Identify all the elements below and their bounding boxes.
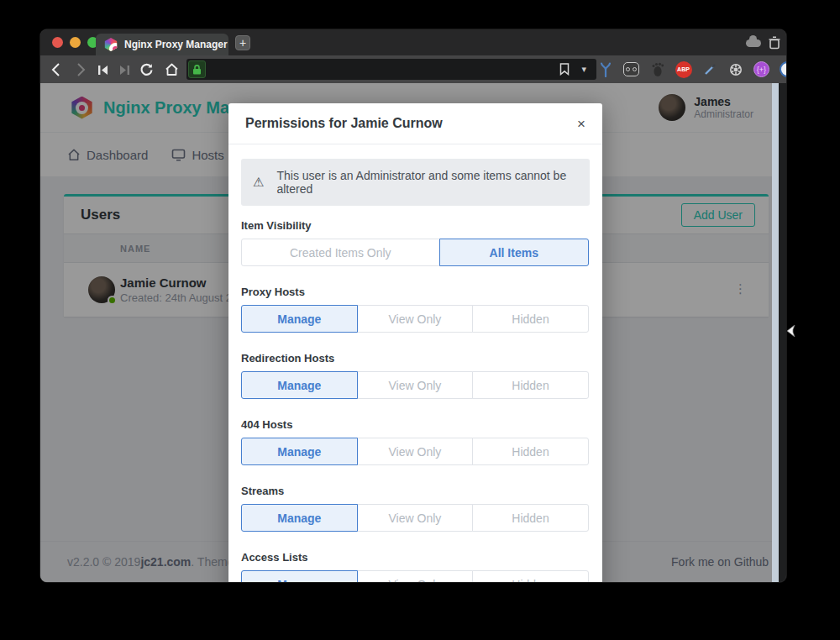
fork-icon[interactable] [596, 60, 614, 78]
streams-hidden[interactable]: Hidden [472, 504, 589, 532]
forward-button[interactable] [72, 61, 89, 78]
abp-icon[interactable]: ABP [675, 60, 692, 78]
redirection-hosts-hidden[interactable]: Hidden [472, 371, 589, 399]
404-hosts-hidden[interactable]: Hidden [472, 438, 589, 465]
group-proxy-hosts: Proxy Hosts Manage View Only Hidden [241, 286, 590, 333]
redirection-hosts-view-only[interactable]: View Only [357, 371, 474, 399]
purple-orb-icon[interactable]: {+} [753, 60, 770, 78]
access-lists-manage[interactable]: Manage [241, 570, 358, 582]
back-button[interactable] [47, 61, 64, 78]
address-bar[interactable]: ▾ [186, 59, 596, 80]
group-access-lists: Access Lists Manage View Only Hidden [241, 551, 590, 582]
bookmark-icon[interactable] [559, 63, 570, 76]
extensions-area: ABP {+} [596, 60, 786, 78]
footprint-icon[interactable] [648, 60, 666, 78]
streams-view-only[interactable]: View Only [357, 504, 474, 532]
404-hosts-manage[interactable]: Manage [241, 438, 358, 465]
fast-forward-button[interactable] [116, 61, 133, 78]
visibility-label: Item Visibility [241, 219, 590, 232]
option-created-items-only[interactable]: Created Items Only [241, 239, 440, 266]
browser-tab[interactable]: Nginx Proxy Manager [96, 34, 228, 55]
mouse-cursor [786, 324, 796, 338]
favicon [104, 38, 118, 51]
alert-text: This user is an Administrator and some i… [276, 169, 578, 196]
group-streams: Streams Manage View Only Hidden [241, 485, 590, 532]
sync-cloud-icon[interactable] [746, 39, 761, 47]
home-button[interactable] [163, 61, 180, 78]
trash-icon[interactable] [769, 36, 780, 50]
warning-icon: ⚠ [253, 175, 264, 190]
browser-window: Nginx Proxy Manager + [40, 29, 786, 582]
page-scrollbar[interactable] [772, 83, 779, 582]
tab-bar: Nginx Proxy Manager + [40, 29, 786, 55]
pen-icon[interactable] [701, 60, 718, 78]
option-all-items[interactable]: All Items [439, 239, 589, 266]
proxy-hosts-view-only[interactable]: View Only [357, 305, 474, 333]
close-icon[interactable]: × [569, 115, 585, 133]
browser-toolbar: ▾ ABP {+} [40, 55, 786, 83]
power-icon[interactable] [779, 60, 786, 78]
redirection-hosts-manage[interactable]: Manage [241, 371, 358, 399]
secure-lock-icon[interactable] [188, 60, 206, 78]
group-404-hosts: 404 Hosts Manage View Only Hidden [241, 418, 590, 465]
screen: Nginx Proxy Manager + [0, 0, 840, 640]
new-tab-button[interactable]: + [235, 35, 250, 50]
proxy-hosts-hidden[interactable]: Hidden [472, 305, 589, 333]
minimize-window-button[interactable] [70, 37, 81, 48]
reload-button[interactable] [138, 61, 155, 78]
modal-title: Permissions for Jamie Curnow [245, 116, 569, 131]
tab-title: Nginx Proxy Manager [124, 39, 228, 50]
access-lists-view-only[interactable]: View Only [357, 570, 474, 582]
proxy-hosts-manage[interactable]: Manage [241, 305, 358, 333]
group-redirection-hosts: Redirection Hosts Manage View Only Hidde… [241, 352, 590, 399]
gear-icon[interactable] [727, 60, 744, 78]
window-right-edge [779, 83, 786, 582]
page-viewport: Nginx Proxy Manager James Administrator … [40, 83, 786, 582]
bookmark-caret-down-icon[interactable]: ▾ [581, 64, 586, 75]
admin-alert: ⚠ This user is an Administrator and some… [241, 159, 590, 206]
404-hosts-view-only[interactable]: View Only [357, 438, 474, 465]
visibility-segment: Created Items Only All Items [241, 239, 590, 266]
close-window-button[interactable] [52, 37, 63, 48]
robot-icon[interactable] [622, 60, 640, 78]
streams-manage[interactable]: Manage [241, 504, 358, 532]
rewind-button[interactable] [94, 61, 111, 78]
access-lists-hidden[interactable]: Hidden [472, 570, 589, 582]
permissions-modal: Permissions for Jamie Curnow × ⚠ This us… [228, 103, 602, 582]
